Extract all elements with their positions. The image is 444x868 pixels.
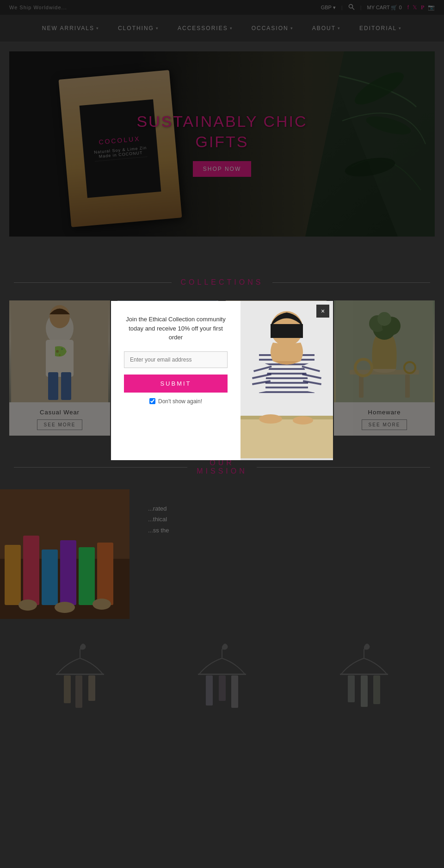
svg-point-96 xyxy=(259,414,282,424)
dont-show-checkbox[interactable] xyxy=(149,398,155,404)
modal-overlay: × Join the Ethical Collection community … xyxy=(0,0,444,868)
modal-title: Join the Ethical Collection community to… xyxy=(124,315,228,342)
modal-image xyxy=(240,301,333,460)
svg-point-97 xyxy=(293,416,313,425)
dont-show-label: Don't show again! xyxy=(158,398,202,405)
svg-rect-94 xyxy=(240,417,333,458)
modal-close-button[interactable]: × xyxy=(316,305,329,318)
svg-rect-76 xyxy=(271,324,303,338)
svg-rect-87 xyxy=(259,391,314,393)
svg-rect-95 xyxy=(240,416,333,419)
email-input[interactable] xyxy=(124,351,228,368)
svg-rect-86 xyxy=(259,387,314,388)
svg-rect-84 xyxy=(259,377,314,379)
email-signup-modal: × Join the Ethical Collection community … xyxy=(111,301,333,460)
dont-show-wrap: Don't show again! xyxy=(124,398,228,405)
modal-form: Join the Ethical Collection community to… xyxy=(111,301,240,460)
page-wrapper: We Ship Worldwide... GBP ▾ | | MY CART 🛒… xyxy=(0,0,444,767)
modal-submit-button[interactable]: SUBMIT xyxy=(124,375,228,393)
